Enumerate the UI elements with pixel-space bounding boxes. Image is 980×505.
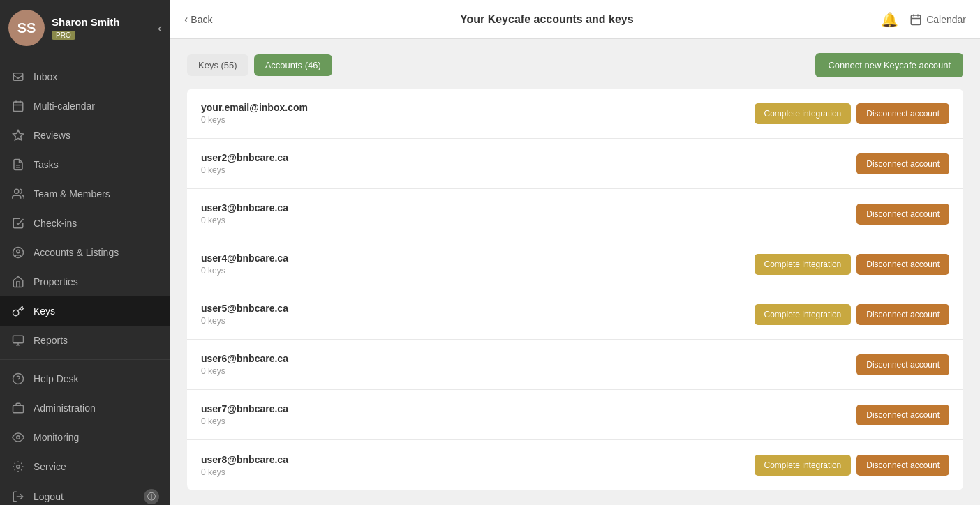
page-title: Your Keycafe accounts and keys: [223, 13, 870, 26]
sidebar-item-monitoring[interactable]: Monitoring: [0, 423, 170, 452]
tab-keys[interactable]: Keys (55): [187, 54, 248, 76]
svg-rect-20: [911, 15, 921, 25]
back-chevron-icon: ‹: [184, 13, 188, 26]
sidebar-item-multi-calendar[interactable]: Multi-calendar: [0, 91, 170, 121]
sidebar: SS Sharon Smith PRO ‹ Inbox: [0, 0, 170, 505]
sidebar-header: SS Sharon Smith PRO ‹: [0, 0, 170, 56]
svg-rect-1: [13, 102, 23, 112]
monitoring-icon: [11, 430, 25, 444]
complete-integration-button[interactable]: Complete integration: [755, 455, 852, 476]
disconnect-account-button[interactable]: Disconnect account: [856, 354, 949, 375]
calendar-button[interactable]: Calendar: [910, 13, 966, 26]
sidebar-item-label: Keys: [34, 306, 55, 317]
properties-icon: [11, 275, 25, 289]
main-content: ‹ Back Your Keycafe accounts and keys 🔔 …: [170, 0, 980, 505]
svg-marker-5: [13, 130, 24, 140]
account-actions: Disconnect account: [856, 405, 949, 425]
sidebar-nav: Inbox Multi-calendar Reviews: [0, 56, 170, 505]
account-keys-count: 0 keys: [201, 416, 856, 426]
sidebar-toggle[interactable]: ‹: [158, 21, 162, 36]
account-email: user2@bnbcare.ca: [201, 152, 856, 163]
avatar: SS: [8, 10, 45, 46]
sidebar-item-reports[interactable]: Reports: [0, 326, 170, 355]
tab-accounts[interactable]: Accounts (46): [254, 54, 332, 76]
top-bar: ‹ Back Your Keycafe accounts and keys 🔔 …: [170, 0, 980, 39]
sidebar-item-label: Reports: [34, 335, 68, 346]
disconnect-account-button[interactable]: Disconnect account: [856, 254, 949, 275]
svg-point-18: [17, 465, 20, 469]
sidebar-item-label: Properties: [34, 276, 78, 287]
account-row: user2@bnbcare.ca0 keysDisconnect account: [187, 139, 963, 189]
info-icon[interactable]: ⓘ: [144, 489, 159, 504]
sidebar-item-label: Team & Members: [34, 188, 110, 199]
complete-integration-button[interactable]: Complete integration: [755, 304, 852, 325]
reports-icon: [11, 333, 25, 347]
account-email: user4@bnbcare.ca: [201, 252, 755, 264]
account-actions: Complete integrationDisconnect account: [755, 455, 949, 476]
avatar-initials: SS: [17, 20, 36, 36]
sidebar-item-inbox[interactable]: Inbox: [0, 62, 170, 91]
checkin-icon: [11, 216, 25, 230]
sidebar-item-logout[interactable]: Logout ⓘ: [0, 481, 170, 505]
complete-integration-button[interactable]: Complete integration: [755, 254, 852, 275]
account-row: user6@bnbcare.ca0 keysDisconnect account: [187, 340, 963, 390]
sidebar-item-label: Multi-calendar: [34, 100, 95, 112]
sidebar-item-reviews[interactable]: Reviews: [0, 121, 170, 150]
disconnect-account-button[interactable]: Disconnect account: [856, 304, 949, 325]
connect-keycafe-button[interactable]: Connect new Keycafe account: [815, 53, 963, 77]
nav-divider: [0, 359, 170, 360]
sidebar-item-administration[interactable]: Administration: [0, 393, 170, 423]
calendar-label: Calendar: [926, 14, 966, 25]
sidebar-item-tasks[interactable]: Tasks: [0, 150, 170, 179]
account-row: user4@bnbcare.ca0 keysComplete integrati…: [187, 239, 963, 289]
tasks-icon: [11, 158, 25, 172]
account-email: user8@bnbcare.ca: [201, 454, 755, 465]
account-keys-count: 0 keys: [201, 467, 755, 477]
svg-point-10: [17, 250, 20, 253]
team-icon: [11, 187, 25, 201]
calendar-icon: [910, 13, 922, 26]
disconnect-account-button[interactable]: Disconnect account: [856, 455, 949, 476]
sidebar-item-label: Accounts & Listings: [34, 247, 119, 258]
svg-rect-16: [13, 405, 24, 413]
disconnect-account-button[interactable]: Disconnect account: [856, 153, 949, 174]
account-actions: Complete integrationDisconnect account: [755, 304, 949, 325]
sidebar-item-label: Logout: [34, 491, 64, 502]
back-button[interactable]: ‹ Back: [184, 13, 212, 26]
account-actions: Complete integrationDisconnect account: [755, 103, 949, 124]
sidebar-item-properties[interactable]: Properties: [0, 267, 170, 296]
sidebar-item-check-ins[interactable]: Check-ins: [0, 209, 170, 238]
svg-point-8: [15, 189, 19, 193]
account-actions: Disconnect account: [856, 204, 949, 225]
account-email: user5@bnbcare.ca: [201, 303, 755, 314]
accounts-icon: [11, 246, 25, 259]
keys-icon: [11, 304, 25, 318]
account-email: your.email@inbox.com: [201, 102, 755, 113]
sidebar-item-label: Tasks: [34, 159, 59, 170]
complete-integration-button[interactable]: Complete integration: [755, 103, 852, 124]
calendar-icon: [11, 99, 25, 113]
sidebar-item-help-desk[interactable]: Help Desk: [0, 364, 170, 393]
svg-rect-11: [13, 336, 24, 343]
account-actions: Complete integrationDisconnect account: [755, 254, 949, 275]
account-info: your.email@inbox.com0 keys: [201, 102, 755, 125]
sidebar-item-keys[interactable]: Keys: [0, 296, 170, 326]
account-keys-count: 0 keys: [201, 115, 755, 125]
disconnect-account-button[interactable]: Disconnect account: [856, 204, 949, 225]
top-actions: 🔔 Calendar: [881, 11, 966, 28]
account-list: your.email@inbox.com0 keysComplete integ…: [187, 89, 963, 490]
sidebar-item-label: Help Desk: [34, 373, 79, 384]
sidebar-item-team-members[interactable]: Team & Members: [0, 179, 170, 209]
sidebar-item-service[interactable]: Service: [0, 452, 170, 481]
account-info: user8@bnbcare.ca0 keys: [201, 454, 755, 477]
disconnect-account-button[interactable]: Disconnect account: [856, 405, 949, 425]
account-actions: Disconnect account: [856, 354, 949, 375]
disconnect-account-button[interactable]: Disconnect account: [856, 103, 949, 124]
sidebar-item-label: Service: [34, 461, 66, 472]
account-keys-count: 0 keys: [201, 316, 755, 326]
notifications-icon[interactable]: 🔔: [881, 11, 898, 28]
sidebar-item-accounts-listings[interactable]: Accounts & Listings: [0, 238, 170, 267]
user-info: Sharon Smith PRO: [52, 16, 120, 40]
account-row: user3@bnbcare.ca0 keysDisconnect account: [187, 189, 963, 239]
user-badge: PRO: [52, 31, 75, 40]
